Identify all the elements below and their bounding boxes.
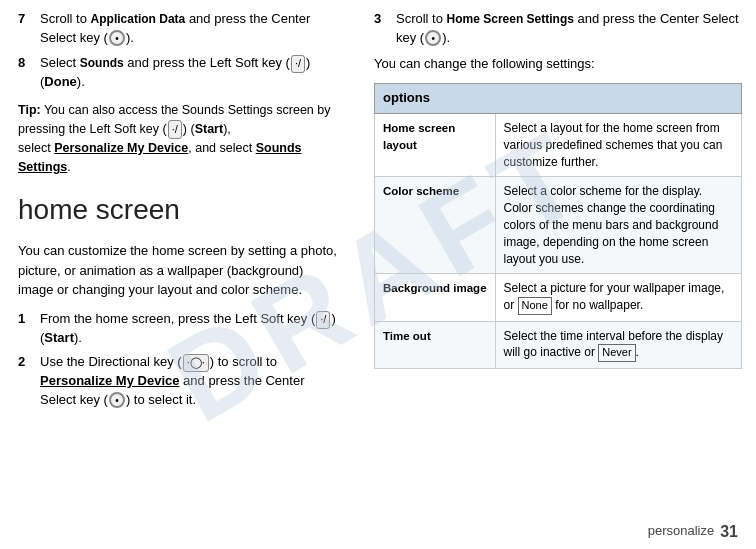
step-1-num: 1 <box>18 310 36 348</box>
step-1: 1 From the home screen, press the Left S… <box>18 310 342 348</box>
step-3-text: Scroll to Home Screen Settings and press… <box>396 10 742 48</box>
option-home-screen-layout-label: Home screenlayout <box>375 114 496 177</box>
step-1-text: From the home screen, press the Left Sof… <box>40 310 342 348</box>
left-column: 7 Scroll to Application Data and press t… <box>0 0 360 549</box>
page-footer: personalize 31 <box>648 520 738 543</box>
step-1-start: Start <box>44 330 74 345</box>
option-color-scheme-desc: Select a color scheme for the display. C… <box>495 177 741 274</box>
step-3-appname: Home Screen Settings <box>447 12 574 26</box>
table-row: Background image Select a picture for yo… <box>375 274 742 321</box>
tip-softkey: ·/ <box>168 120 182 139</box>
step-8: 8 Select Sounds and press the Left Soft … <box>18 54 342 92</box>
tip-block: Tip: You can also access the Sounds Sett… <box>18 101 342 176</box>
step-7-num: 7 <box>18 10 36 48</box>
step-3-num: 3 <box>374 10 392 48</box>
footer-page-num: 31 <box>720 520 738 543</box>
right-column: 3 Scroll to Home Screen Settings and pre… <box>360 0 756 549</box>
step-1-softkey: ·/ <box>316 311 330 329</box>
step-7-centerkey: • <box>109 30 125 46</box>
tip-personalize: Personalize My Device <box>54 141 188 155</box>
step-2-dirkey: ·◯· <box>183 354 209 372</box>
step-2-num: 2 <box>18 353 36 410</box>
table-row: Time out Select the time interval before… <box>375 321 742 368</box>
option-background-image-desc: Select a picture for your wallpaper imag… <box>495 274 741 321</box>
section-title: home screen <box>18 190 342 231</box>
step-7-text: Scroll to Application Data and press the… <box>40 10 342 48</box>
step-8-done: Done <box>44 74 77 89</box>
option-time-out-label: Time out <box>375 321 496 368</box>
step-2-text: Use the Directional key (·◯·) to scroll … <box>40 353 342 410</box>
option-time-out-desc: Select the time interval before the disp… <box>495 321 741 368</box>
step-8-appname: Sounds <box>80 56 124 70</box>
tip-start: Start <box>195 122 223 136</box>
step-8-softkey: ·/ <box>291 55 305 73</box>
page-container: DRAFT 7 Scroll to Application Data and p… <box>0 0 756 549</box>
step-7: 7 Scroll to Application Data and press t… <box>18 10 342 48</box>
options-table: options Home screenlayout Select a layou… <box>374 83 742 369</box>
option-home-screen-layout-desc: Select a layout for the home screen from… <box>495 114 741 177</box>
option-background-image-label: Background image <box>375 274 496 321</box>
none-box: None <box>518 297 552 314</box>
option-color-scheme-label: Color scheme <box>375 177 496 274</box>
step-8-num: 8 <box>18 54 36 92</box>
step-3-centerkey: • <box>425 30 441 46</box>
footer-label: personalize <box>648 522 715 541</box>
options-table-header: options <box>375 84 742 114</box>
table-row: Home screenlayout Select a layout for th… <box>375 114 742 177</box>
never-box: Never <box>598 344 635 361</box>
step-3: 3 Scroll to Home Screen Settings and pre… <box>374 10 742 48</box>
step-8-text: Select Sounds and press the Left Soft ke… <box>40 54 342 92</box>
step-2-centerkey: • <box>109 392 125 408</box>
step-7-appname: Application Data <box>91 12 186 26</box>
right-intro: You can change the following settings: <box>374 54 742 74</box>
table-row: Color scheme Select a color scheme for t… <box>375 177 742 274</box>
step-2-personalize: Personalize My Device <box>40 373 179 388</box>
tip-label: Tip: <box>18 103 41 117</box>
section-desc: You can customize the home screen by set… <box>18 241 342 300</box>
step-2: 2 Use the Directional key (·◯·) to scrol… <box>18 353 342 410</box>
